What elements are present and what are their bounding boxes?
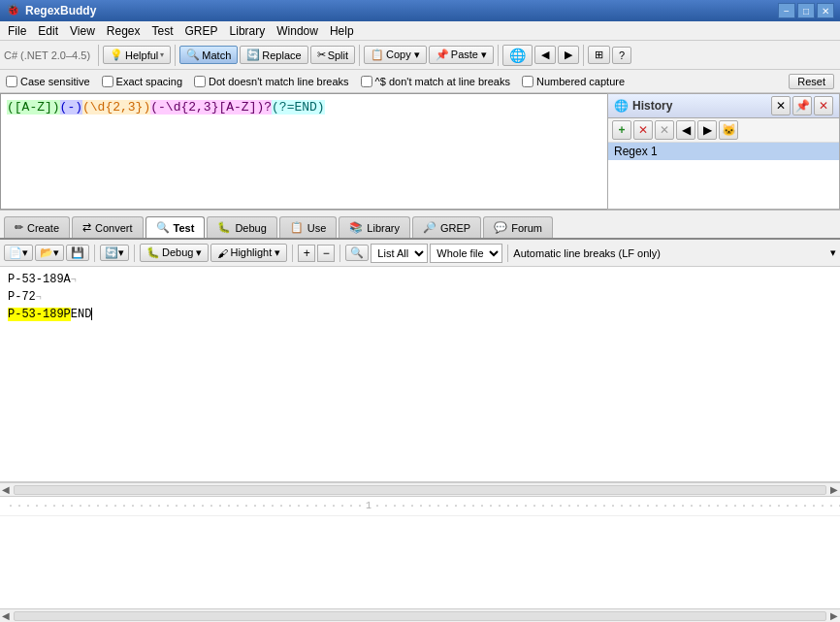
minimize-button[interactable]: −	[778, 3, 795, 18]
history-close-btn[interactable]: ✕	[771, 96, 791, 115]
history-float-btn[interactable]: ✕	[814, 96, 833, 115]
close-button[interactable]: ✕	[817, 3, 834, 18]
numbered-capture-checkbox[interactable]	[522, 76, 533, 87]
nav-fwd-button[interactable]: ▶	[558, 46, 579, 64]
history-item[interactable]: Regex 1	[608, 143, 839, 160]
regex-group2: (-)	[60, 100, 82, 115]
zoom-in-button[interactable]: +	[298, 245, 315, 262]
ruler-scroll-right-icon[interactable]: ▶	[826, 610, 838, 621]
split-icon: ✂	[317, 49, 326, 61]
tab-debug[interactable]: 🐛 Debug	[207, 216, 276, 238]
open-file-button[interactable]: 📂▾	[35, 245, 64, 261]
language-label: C# (.NET 2.0–4.5)	[4, 49, 90, 61]
ruler-scroll-track[interactable]	[14, 611, 826, 621]
help-button[interactable]: ?	[612, 47, 631, 64]
regex-editor[interactable]: ([A-Z])(-)(\d{2,3})(-\d{2,3}[A-Z])?(?=EN…	[0, 93, 607, 210]
dot-linebreaks-checkbox[interactable]	[194, 76, 206, 87]
sep8	[292, 245, 293, 262]
tab-use[interactable]: 📋 Use	[279, 216, 338, 238]
debug-btn-icon: 🐛	[146, 246, 160, 259]
ruler-area: ········································…	[0, 496, 840, 622]
history-delgray-btn[interactable]: ✕	[655, 120, 674, 140]
scroll-right-icon[interactable]: ▶	[826, 484, 838, 495]
highlight-dropdown-button[interactable]: 🖌 Highlight ▾	[210, 244, 287, 262]
scroll-left-icon[interactable]: ◀	[2, 484, 14, 495]
case-sensitive-option[interactable]: Case sensitive	[6, 76, 90, 87]
history-left-btn[interactable]: ◀	[676, 120, 695, 140]
anchors-linebreaks-checkbox[interactable]	[361, 76, 372, 87]
debug-dropdown-button[interactable]: 🐛 Debug ▾	[140, 244, 209, 262]
menu-window[interactable]: Window	[271, 22, 324, 40]
replace-icon: 🔄	[246, 49, 260, 61]
anchors-linebreaks-option[interactable]: ^$ don't match at line breaks	[361, 76, 510, 87]
new-file-button[interactable]: 📄▾	[4, 245, 33, 261]
tab-forum[interactable]: 💬 Forum	[483, 216, 553, 238]
tab-create[interactable]: ✏ Create	[4, 216, 70, 238]
sep3	[359, 45, 360, 66]
split-button[interactable]: ✂ Split	[310, 46, 355, 64]
cursor	[91, 308, 92, 320]
tab-library[interactable]: 📚 Library	[339, 216, 410, 238]
menu-grep[interactable]: GREP	[179, 22, 224, 40]
menu-library[interactable]: Library	[224, 22, 272, 40]
history-right-btn[interactable]: ▶	[697, 120, 717, 140]
h-scrollbar-track[interactable]	[14, 485, 826, 495]
history-cat-btn[interactable]: 🐱	[719, 120, 738, 140]
menu-view[interactable]: View	[64, 22, 101, 40]
text-display[interactable]: P-53-189A¬ P-72¬ P-53-189PEND	[0, 267, 840, 482]
sep4	[498, 45, 499, 66]
whole-file-dropdown[interactable]: Whole file	[430, 244, 502, 263]
tab-grep[interactable]: 🔎 GREP	[412, 216, 481, 238]
helpful-arrow: ▾	[160, 50, 164, 59]
sep7	[134, 245, 135, 262]
h-scrollbar[interactable]: ◀ ▶	[0, 482, 840, 496]
list-all-dropdown[interactable]: List All	[371, 244, 428, 263]
menu-test[interactable]: Test	[146, 22, 179, 40]
sep1	[98, 45, 99, 66]
menu-regex[interactable]: Regex	[101, 22, 146, 40]
paste-button[interactable]: 📌 Paste ▾	[429, 46, 494, 64]
numbered-capture-option[interactable]: Numbered capture	[522, 76, 625, 87]
maximize-button[interactable]: □	[797, 3, 815, 18]
line-breaks-arrow: ▾	[830, 246, 836, 259]
history-add-btn[interactable]: +	[612, 120, 631, 140]
match-button[interactable]: 🔍 Match	[179, 46, 238, 64]
menu-file[interactable]: File	[2, 22, 32, 40]
menu-help[interactable]: Help	[324, 22, 360, 40]
ruler-dots: ········································…	[0, 497, 840, 515]
zoom-out-button[interactable]: −	[317, 245, 335, 262]
second-toolbar: 📄▾ 📂▾ 💾 🔄▾ 🐛 Debug ▾ 🖌 Highlight ▾ + − 🔍…	[0, 240, 840, 267]
grid-button[interactable]: ⊞	[588, 46, 610, 64]
menu-bar: File Edit View Regex Test GREP Library W…	[0, 21, 840, 41]
exact-spacing-checkbox[interactable]	[102, 76, 113, 87]
globe-button[interactable]: 🌐	[502, 45, 533, 66]
helpful-button[interactable]: 💡 Helpful ▾	[103, 46, 171, 64]
menu-edit[interactable]: Edit	[32, 22, 64, 40]
refresh-button[interactable]: 🔄▾	[100, 245, 129, 261]
ruler-scroll-left-icon[interactable]: ◀	[2, 610, 14, 621]
tab-convert[interactable]: ⇄ Convert	[72, 216, 144, 238]
save-file-button[interactable]: 💾	[66, 245, 89, 261]
ruler-h-scrollbar[interactable]: ◀ ▶	[0, 608, 840, 622]
tab-test[interactable]: 🔍 Test	[145, 216, 206, 238]
case-sensitive-checkbox[interactable]	[6, 76, 17, 87]
ruler-empty	[0, 515, 840, 603]
window-controls: − □ ✕	[778, 3, 834, 18]
text-line-1: P-53-189A¬	[8, 271, 832, 288]
nav-back-button[interactable]: ◀	[534, 46, 556, 64]
history-toolbar: + ✕ ✕ ◀ ▶ 🐱	[608, 118, 839, 143]
sep9	[339, 245, 340, 262]
regex-group4: (-\d{2,3}[A-Z])?	[150, 100, 272, 115]
copy-button[interactable]: 📋 Copy ▾	[364, 46, 427, 64]
search-button[interactable]: 🔍	[345, 245, 369, 261]
history-del-btn[interactable]: ✕	[633, 120, 653, 140]
dot-linebreaks-option[interactable]: Dot doesn't match line breaks	[194, 76, 349, 87]
replace-button[interactable]: 🔄 Replace	[240, 46, 307, 64]
exact-spacing-option[interactable]: Exact spacing	[102, 76, 182, 87]
globe-icon: 🌐	[509, 48, 526, 63]
sep6	[94, 245, 95, 262]
history-pin-btn[interactable]: 📌	[792, 96, 812, 115]
helpful-icon: 💡	[110, 49, 123, 61]
reset-button[interactable]: Reset	[789, 74, 834, 89]
regex-group5: (?=END)	[272, 100, 325, 115]
